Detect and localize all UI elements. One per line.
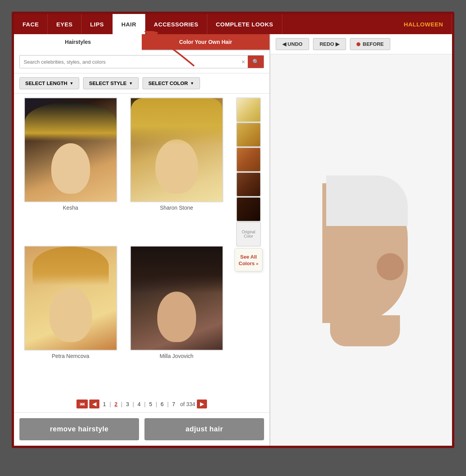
hairstyle-milla-label: Milla Jovovich: [160, 353, 193, 359]
hairstyle-img-kesha[interactable]: [24, 97, 117, 202]
nav-halloween-label: HALLOWEEN: [404, 21, 443, 28]
bottom-buttons: remove hairstyle adjust hair: [14, 412, 270, 446]
pagination: ⏮ ◀ 1 | 2 | 3 | 4 | 5 | 6 | 7 of 334 ▶: [14, 394, 270, 412]
search-area: ✕ 🔍: [14, 50, 270, 73]
top-nav: FACE EYES LIPS HAIR ACCESSORIES COMPLETE…: [14, 14, 452, 34]
page-link-5[interactable]: 5: [147, 400, 154, 408]
main-layout: Hairstyles Color Your Own Hair ✕ 🔍 SELEC…: [14, 34, 452, 446]
page-link-4[interactable]: 4: [136, 400, 143, 408]
see-all-chevron-icon: »: [256, 261, 258, 266]
undo-button[interactable]: ◀ UNDO: [276, 38, 309, 50]
pagination-next-button[interactable]: ▶: [197, 400, 207, 408]
page-link-2[interactable]: 2: [113, 400, 120, 408]
app-container: FACE EYES LIPS HAIR ACCESSORIES COMPLETE…: [12, 12, 454, 448]
hairstyle-petra-label: Petra Nemcova: [52, 353, 89, 359]
search-clear-icon[interactable]: ✕: [239, 57, 248, 66]
page-link-3[interactable]: 3: [124, 400, 131, 408]
see-all-colors-bubble: See AllColors »: [235, 248, 263, 271]
filter-color-label: SELECT COLOR: [148, 80, 188, 86]
search-box: ✕ 🔍: [19, 55, 264, 68]
search-input[interactable]: [20, 56, 239, 68]
swatch-original-color[interactable]: OriginalColor: [236, 222, 261, 247]
nav-item-face[interactable]: FACE: [14, 14, 48, 34]
hairstyle-kesha-label: Kesha: [63, 205, 78, 211]
hairstyle-img-sharon[interactable]: [130, 97, 223, 202]
remove-hairstyle-button[interactable]: remove hairstyle: [19, 418, 139, 440]
pagination-prev-button[interactable]: ◀: [89, 400, 99, 408]
before-dot-icon: [356, 42, 360, 46]
shoulder-shape: [330, 315, 400, 346]
swatch-blonde-light[interactable]: [236, 97, 261, 122]
filter-length-arrow-icon: ▼: [70, 81, 73, 85]
ear-shape: [377, 253, 404, 280]
tab-hairstyles[interactable]: Hairstyles: [14, 34, 142, 50]
tab-hairstyles-label: Hairstyles: [65, 39, 91, 45]
person-area: [270, 54, 452, 444]
filter-row: SELECT LENGTH ▼ SELECT STYLE ▼ SELECT CO…: [14, 73, 270, 94]
pagination-total: of 334: [179, 401, 195, 407]
hairstyle-item-petra-nemcova[interactable]: Petra Nemcova: [19, 246, 122, 390]
tab-color-own-label: Color Your Own Hair: [179, 39, 232, 45]
filter-style-button[interactable]: SELECT STYLE ▼: [83, 77, 139, 89]
nav-face-label: FACE: [23, 21, 39, 28]
hairstyle-item-milla-jovovich[interactable]: Milla Jovovich: [125, 246, 228, 390]
nav-item-halloween[interactable]: HALLOWEEN: [395, 14, 452, 34]
page-link-6[interactable]: 6: [159, 400, 166, 408]
right-panel: ◀ UNDO REDO ▶ BEFORE: [270, 34, 452, 446]
hairstyle-sharon-label: Sharon Stone: [160, 205, 193, 211]
adjust-hair-button[interactable]: adjust hair: [144, 418, 264, 440]
filter-length-button[interactable]: SELECT LENGTH ▼: [19, 77, 79, 89]
hairstyle-item-kesha[interactable]: Kesha: [19, 97, 122, 242]
nav-accessories-label: ACCESSORIES: [154, 21, 198, 28]
filter-length-label: SELECT LENGTH: [25, 80, 67, 86]
filter-style-label: SELECT STYLE: [89, 80, 127, 86]
see-all-colors-link[interactable]: See AllColors »: [239, 254, 259, 267]
hairstyle-item-sharon-stone[interactable]: Sharon Stone: [125, 97, 228, 242]
person-silhouette: [299, 152, 423, 346]
undo-redo-bar: ◀ UNDO REDO ▶ BEFORE: [270, 34, 452, 54]
page-link-1[interactable]: 1: [101, 400, 108, 408]
swatch-blonde-med[interactable]: [236, 122, 261, 147]
nav-item-complete-looks[interactable]: COMPLETE LOOKS: [207, 14, 282, 34]
nav-hair-label: HAIR: [121, 21, 136, 28]
pagination-first-button[interactable]: ⏮: [77, 400, 88, 408]
hairstyle-img-milla[interactable]: [130, 246, 223, 351]
swatch-dark-brown[interactable]: [236, 197, 261, 222]
redo-button[interactable]: REDO ▶: [313, 38, 346, 50]
nav-item-accessories[interactable]: ACCESSORIES: [145, 14, 207, 34]
filter-style-arrow-icon: ▼: [129, 81, 133, 85]
nav-complete-looks-label: COMPLETE LOOKS: [216, 21, 273, 28]
nav-item-hair[interactable]: HAIR: [113, 14, 145, 34]
nav-item-lips[interactable]: LIPS: [82, 14, 113, 34]
filter-color-arrow-icon: ▼: [190, 81, 194, 85]
left-panel: Hairstyles Color Your Own Hair ✕ 🔍 SELEC…: [14, 34, 270, 446]
content-area: Kesha Sharon Stone: [14, 94, 270, 394]
filter-color-button[interactable]: SELECT COLOR ▼: [143, 77, 200, 89]
hairstyle-img-petra[interactable]: [24, 246, 117, 351]
nav-eyes-label: EYES: [56, 21, 73, 28]
nav-lips-label: LIPS: [90, 21, 104, 28]
page-link-7[interactable]: 7: [170, 400, 177, 408]
search-button[interactable]: 🔍: [248, 56, 264, 68]
color-swatches-panel: OriginalColor See AllColors »: [233, 97, 264, 390]
sub-tabs: Hairstyles Color Your Own Hair: [14, 34, 270, 50]
tab-color-own[interactable]: Color Your Own Hair: [142, 34, 270, 50]
nav-item-eyes[interactable]: EYES: [48, 14, 82, 34]
swatch-brown[interactable]: [236, 172, 261, 197]
swatch-auburn[interactable]: [236, 147, 261, 172]
hairstyle-grid: Kesha Sharon Stone: [19, 97, 228, 390]
before-label: BEFORE: [363, 41, 384, 47]
hair-shape: [326, 175, 408, 226]
before-button[interactable]: BEFORE: [350, 38, 390, 50]
